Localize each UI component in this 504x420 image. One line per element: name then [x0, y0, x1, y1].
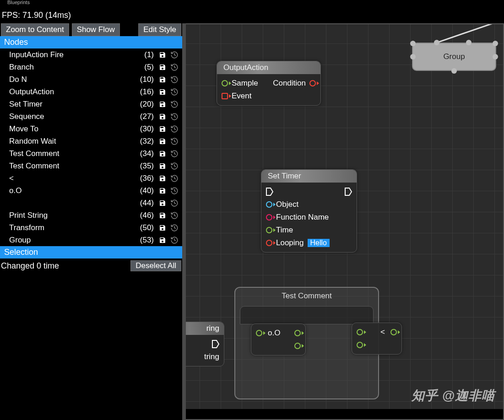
save-icon[interactable]	[158, 63, 167, 71]
history-icon[interactable]	[170, 88, 179, 96]
pin-output-icon[interactable]	[294, 330, 301, 336]
history-icon[interactable]	[170, 125, 179, 133]
splitter[interactable]	[182, 23, 186, 420]
node-name: OutputAction	[9, 87, 140, 97]
save-icon[interactable]	[158, 174, 167, 183]
pin-output-icon[interactable]	[294, 343, 301, 349]
node-list-item[interactable]: InputAction Fire(1)	[0, 48, 182, 61]
save-icon[interactable]	[158, 100, 167, 108]
small-node-lt[interactable]: <	[352, 323, 402, 355]
zoom-to-content-button[interactable]: Zoom to Content	[1, 23, 69, 36]
node-id: (53)	[140, 236, 154, 245]
pin-input-icon[interactable]	[357, 329, 363, 335]
title-bar: Blueprints	[0, 0, 504, 7]
pin-input-icon[interactable]	[222, 80, 228, 86]
node-id: (36)	[140, 174, 154, 183]
node-list-item[interactable]: Print String(46)	[0, 209, 182, 221]
node-list-item[interactable]: Random Wait(32)	[0, 135, 182, 147]
node-list-item[interactable]: Branch(5)	[0, 61, 182, 73]
save-icon[interactable]	[158, 211, 167, 220]
small-node-oo[interactable]: o.O	[251, 323, 306, 355]
pin-input-icon[interactable]	[266, 214, 272, 221]
node-list-item[interactable]: Transform(50)	[0, 221, 182, 234]
save-icon[interactable]	[158, 137, 167, 145]
node-name: Test Comment	[9, 162, 140, 171]
pin-output-icon[interactable]	[390, 329, 397, 335]
section-nodes-header: Nodes	[0, 36, 182, 48]
save-icon[interactable]	[158, 88, 167, 96]
node-list-item[interactable]: o.O(40)	[0, 184, 182, 197]
group-node[interactable]: Group	[412, 43, 496, 71]
node-name: o.O	[9, 186, 140, 195]
history-icon[interactable]	[170, 162, 179, 170]
group-handle[interactable]	[466, 40, 471, 45]
bottom-strip	[183, 409, 503, 419]
group-handle[interactable]	[493, 41, 498, 46]
history-icon[interactable]	[170, 174, 179, 183]
pin-input-icon[interactable]	[357, 342, 363, 348]
node-list-item[interactable]: <(36)	[0, 172, 182, 184]
save-icon[interactable]	[158, 199, 167, 207]
node-name: Random Wait	[9, 137, 140, 146]
group-handle[interactable]	[410, 41, 416, 46]
group-handle[interactable]	[493, 54, 498, 59]
node-list-item[interactable]: Move To(30)	[0, 123, 182, 135]
node-list-item[interactable]: Set Timer(20)	[0, 98, 182, 110]
partial-node[interactable]: ring tring	[182, 322, 224, 366]
node-list-item[interactable]: Sequence(27)	[0, 110, 182, 123]
node-list-item[interactable]: (44)	[0, 197, 182, 209]
history-icon[interactable]	[170, 63, 179, 71]
history-icon[interactable]	[170, 51, 179, 59]
node-header: Set Timer	[261, 170, 357, 183]
save-icon[interactable]	[158, 75, 167, 84]
save-icon[interactable]	[158, 51, 167, 59]
pin-output-icon[interactable]	[309, 80, 316, 86]
history-icon[interactable]	[170, 211, 179, 220]
save-icon[interactable]	[158, 162, 167, 170]
node-list-item[interactable]: Test Comment(34)	[0, 147, 182, 160]
history-icon[interactable]	[170, 187, 179, 195]
save-icon[interactable]	[158, 236, 167, 244]
pin-input-icon[interactable]	[266, 240, 272, 246]
history-icon[interactable]	[170, 199, 179, 207]
history-icon[interactable]	[170, 113, 179, 121]
group-handle[interactable]	[410, 54, 416, 59]
node-name: Test Comment	[9, 149, 140, 158]
node-id: (40)	[140, 186, 154, 195]
output-action-node[interactable]: OutputAction Sample Condition Event	[217, 61, 321, 106]
node-list-item[interactable]: Group(53)	[0, 234, 182, 246]
pin-label: Sample	[232, 79, 258, 88]
node-name: Transform	[9, 223, 140, 232]
history-icon[interactable]	[170, 150, 179, 158]
pin-input-icon[interactable]	[222, 93, 228, 99]
graph-canvas[interactable]: Group OutputAction Sample Condition	[182, 23, 504, 420]
deselect-all-button[interactable]: Deselect All	[130, 260, 181, 271]
edit-style-button[interactable]: Edit Style	[138, 23, 181, 36]
history-icon[interactable]	[170, 75, 179, 84]
canvas-area[interactable]: Group OutputAction Sample Condition	[182, 23, 504, 420]
node-list-item[interactable]: Do N(10)	[0, 73, 182, 86]
pin-input-icon[interactable]	[266, 227, 272, 233]
history-icon[interactable]	[170, 137, 179, 145]
show-flow-button[interactable]: Show Flow	[72, 23, 120, 36]
pin-value-tag[interactable]: Hello	[308, 239, 330, 247]
pin-input-icon[interactable]	[266, 201, 272, 208]
exec-pin-in-icon[interactable]	[266, 188, 273, 196]
save-icon[interactable]	[158, 224, 167, 232]
node-id: (20)	[140, 100, 154, 109]
history-icon[interactable]	[170, 100, 179, 108]
save-icon[interactable]	[158, 113, 167, 121]
set-timer-node[interactable]: Set Timer Object	[261, 169, 357, 253]
save-icon[interactable]	[158, 125, 167, 133]
save-icon[interactable]	[158, 150, 167, 158]
exec-pin-out-icon[interactable]	[212, 340, 219, 348]
exec-pin-out-icon[interactable]	[345, 188, 352, 196]
pin-input-icon[interactable]	[256, 330, 262, 336]
group-handle[interactable]	[434, 40, 439, 45]
group-handle[interactable]	[451, 68, 457, 74]
history-icon[interactable]	[170, 224, 179, 232]
node-list-item[interactable]: Test Comment(35)	[0, 160, 182, 172]
save-icon[interactable]	[158, 187, 167, 195]
history-icon[interactable]	[170, 236, 179, 244]
node-list-item[interactable]: OutputAction(16)	[0, 86, 182, 98]
